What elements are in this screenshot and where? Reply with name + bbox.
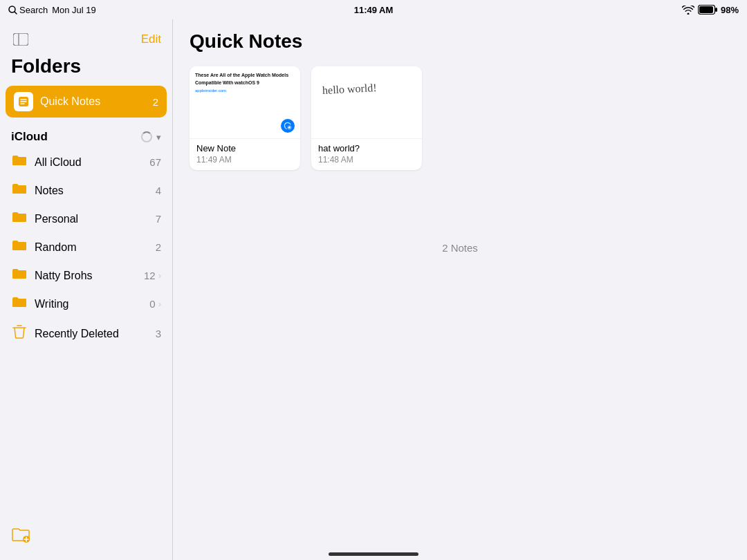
folder-icon — [11, 154, 28, 170]
add-folder-button[interactable] — [11, 527, 161, 546]
folder-name-all-icloud: All iCloud — [35, 156, 82, 169]
main-header: Quick Notes — [173, 19, 747, 61]
battery-icon — [698, 5, 717, 15]
home-indicator — [329, 552, 418, 556]
folder-item-random[interactable]: Random 2 — [6, 233, 167, 261]
app-container: Edit Folders Quick Notes 2 iCloud ▾ — [0, 19, 747, 560]
folder-name-recently-deleted: Recently Deleted — [35, 328, 119, 340]
page-title: Quick Notes — [190, 30, 302, 53]
natty-brohs-chevron-icon: › — [158, 270, 161, 281]
svg-line-1 — [15, 12, 17, 14]
folder-item-all-icloud[interactable]: All iCloud 67 — [6, 148, 167, 176]
svg-rect-10 — [13, 33, 28, 46]
sidebar-bottom — [0, 519, 172, 560]
folder-name-notes: Notes — [35, 185, 64, 197]
folder-icon — [11, 296, 28, 312]
sidebar-header: Edit — [0, 26, 172, 55]
battery-percent: 98% — [721, 5, 739, 15]
folder-item-writing[interactable]: Writing 0 › — [6, 290, 167, 318]
quick-notes-label: Quick Notes — [40, 95, 100, 108]
note-info-hat-world: hat world? 11:48 AM — [311, 139, 422, 170]
note-card-hat-world[interactable]: hello world! hat world? 11:48 AM — [311, 66, 422, 170]
note-time-hat-world: 11:48 AM — [318, 155, 415, 165]
wifi-icon — [682, 6, 694, 15]
note-title-new-note: New Note — [196, 143, 293, 153]
folder-item-recently-deleted[interactable]: Recently Deleted 3 — [6, 318, 167, 349]
icloud-label: iCloud — [11, 130, 48, 144]
note-info-new-note: New Note 11:49 AM — [190, 139, 300, 170]
folder-item-notes[interactable]: Notes 4 — [6, 176, 167, 205]
folder-icon — [11, 183, 28, 198]
folder-count-personal: 7 — [156, 213, 161, 225]
folder-count-natty-brohs: 12 — [144, 270, 156, 281]
note-time-new-note: 11:49 AM — [196, 155, 293, 165]
sidebar: Edit Folders Quick Notes 2 iCloud ▾ — [0, 19, 173, 560]
folder-icon — [11, 239, 28, 255]
edit-button[interactable]: Edit — [141, 32, 161, 46]
sidebar-toggle-button[interactable] — [11, 32, 30, 47]
folder-name-natty-brohs: Natty Brohs — [35, 270, 93, 282]
main-content: Quick Notes These Are All of the Apple W… — [173, 19, 747, 560]
folder-name-writing: Writing — [35, 298, 69, 310]
notes-grid: These Are All of the Apple Watch Models … — [173, 61, 747, 187]
folder-count-random: 2 — [156, 241, 161, 253]
note-badge — [281, 119, 295, 133]
folder-icon — [11, 211, 28, 227]
folder-name-personal: Personal — [35, 213, 78, 225]
trash-icon — [11, 324, 28, 343]
notes-count: 2 Notes — [173, 242, 747, 254]
folder-item-personal[interactable]: Personal 7 — [6, 205, 167, 233]
quick-notes-icon — [14, 92, 33, 111]
note-title-hat-world: hat world? — [318, 143, 415, 153]
status-search[interactable]: Search — [8, 5, 48, 15]
icloud-chevron-icon[interactable]: ▾ — [156, 132, 161, 142]
note-link: appleinsider.com — [195, 88, 295, 93]
note-thumbnail-hat-world: hello world! — [311, 66, 422, 139]
icloud-controls: ▾ — [141, 131, 161, 142]
quick-notes-left: Quick Notes — [14, 92, 100, 111]
folder-item-natty-brohs[interactable]: Natty Brohs 12 › — [6, 261, 167, 290]
folder-count-all-icloud: 67 — [149, 156, 161, 168]
note-card-new-note[interactable]: These Are All of the Apple Watch Models … — [190, 66, 300, 170]
status-time: 11:49 AM — [354, 5, 394, 15]
status-left: Search Mon Jul 19 — [8, 5, 96, 15]
folder-count-writing: 0 — [149, 298, 155, 310]
status-bar: Search Mon Jul 19 11:49 AM 98% — [0, 0, 747, 19]
folder-list: All iCloud 67 Notes 4 — [0, 148, 172, 349]
folder-count-notes: 4 — [156, 185, 161, 196]
folder-count-recently-deleted: 3 — [156, 328, 161, 339]
loading-spinner — [141, 131, 152, 142]
writing-chevron-icon: › — [158, 299, 161, 309]
svg-rect-3 — [715, 8, 717, 12]
quick-notes-count: 2 — [153, 96, 158, 108]
quick-notes-item[interactable]: Quick Notes 2 — [6, 86, 167, 118]
svg-rect-4 — [699, 6, 713, 13]
folder-name-random: Random — [35, 241, 76, 254]
folders-title: Folders — [0, 55, 172, 86]
status-date: Mon Jul 19 — [52, 5, 96, 15]
icloud-header: iCloud ▾ — [0, 120, 172, 148]
folder-icon — [11, 268, 28, 283]
note-thumbnail-new-note: These Are All of the Apple Watch Models … — [190, 66, 300, 139]
note-thumbnail-content: These Are All of the Apple Watch Models … — [190, 66, 300, 99]
status-right: 98% — [682, 5, 739, 15]
